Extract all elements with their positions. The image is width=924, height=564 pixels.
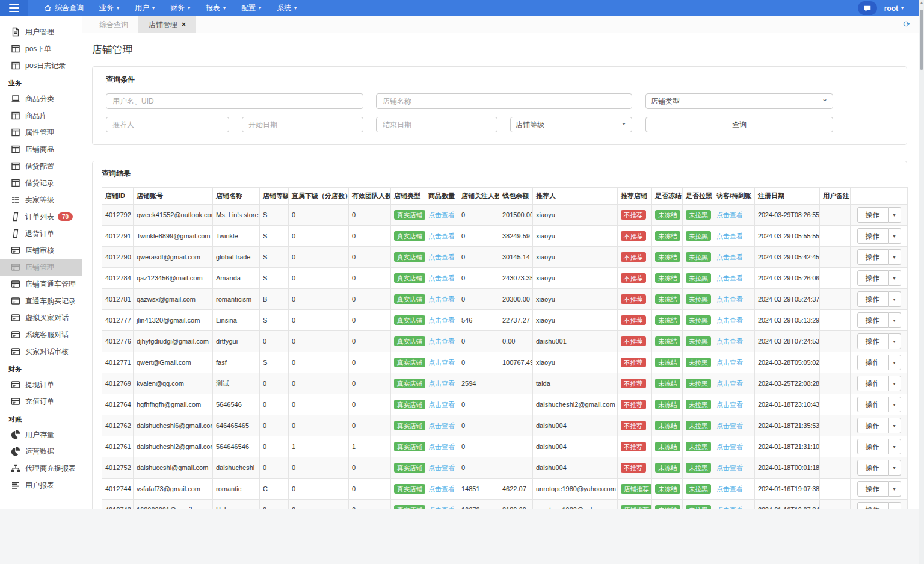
sidebar-item[interactable]: 系统客服对话	[0, 326, 82, 343]
search-button[interactable]: 查询	[645, 117, 833, 132]
chat-button[interactable]	[858, 1, 877, 15]
nav-item-1[interactable]: 业务▾	[91, 0, 127, 16]
sidebar-item[interactable]: 店铺审核	[0, 242, 82, 259]
action-dropdown-button[interactable]: ▾	[889, 312, 901, 328]
tab[interactable]: 综合查询	[89, 16, 138, 33]
goods-view-link[interactable]: 点击查看	[428, 359, 455, 366]
sidebar-item[interactable]: 用户管理	[0, 23, 82, 40]
goods-view-link[interactable]: 点击查看	[428, 317, 455, 324]
action-dropdown-button[interactable]: ▾	[889, 481, 901, 497]
shop-level-select[interactable]: 店铺等级	[510, 117, 632, 132]
username-input[interactable]	[106, 93, 363, 109]
action-button[interactable]: 操作	[857, 481, 889, 497]
visitors-view-link[interactable]: 点击查看	[716, 422, 743, 429]
visitors-view-link[interactable]: 点击查看	[716, 274, 743, 282]
sidebar-item[interactable]: pos日志记录	[0, 57, 82, 74]
start-date-input[interactable]	[242, 117, 363, 132]
visitors-view-link[interactable]: 点击查看	[716, 296, 743, 303]
refresh-icon[interactable]: ⟳	[903, 19, 910, 29]
action-button[interactable]: 操作	[857, 397, 889, 412]
shop-type-select[interactable]: 店铺类型	[645, 93, 833, 109]
nav-item-3[interactable]: 财务▾	[162, 0, 198, 16]
sidebar-item[interactable]: 用户存量	[0, 426, 82, 443]
visitors-view-link[interactable]: 点击查看	[716, 253, 743, 261]
action-button[interactable]: 操作	[857, 312, 889, 328]
goods-view-link[interactable]: 点击查看	[428, 338, 455, 345]
action-button[interactable]: 操作	[857, 376, 889, 391]
goods-view-link[interactable]: 点击查看	[428, 401, 455, 408]
action-dropdown-button[interactable]: ▾	[889, 355, 901, 370]
sidebar-item[interactable]: 商品库	[0, 107, 82, 124]
nav-item-home[interactable]: 综合查询	[36, 0, 91, 16]
action-button[interactable]: 操作	[857, 291, 889, 307]
visitors-view-link[interactable]: 点击查看	[716, 464, 743, 471]
sidebar-item[interactable]: pos下单	[0, 40, 82, 57]
referrer-input[interactable]	[106, 117, 229, 132]
tab[interactable]: 店铺管理×	[138, 16, 196, 33]
goods-view-link[interactable]: 点击查看	[428, 211, 455, 218]
sidebar-item[interactable]: 直通车购买记录	[0, 293, 82, 309]
visitors-view-link[interactable]: 点击查看	[716, 485, 743, 492]
end-date-input[interactable]	[376, 117, 497, 132]
goods-view-link[interactable]: 点击查看	[428, 380, 455, 387]
goods-view-link[interactable]: 点击查看	[428, 443, 455, 450]
action-dropdown-button[interactable]: ▾	[889, 460, 901, 476]
goods-view-link[interactable]: 点击查看	[428, 422, 455, 429]
visitors-view-link[interactable]: 点击查看	[716, 359, 743, 366]
visitors-view-link[interactable]: 点击查看	[716, 380, 743, 387]
action-button[interactable]: 操作	[857, 460, 889, 476]
action-dropdown-button[interactable]: ▾	[889, 207, 901, 223]
sidebar-item[interactable]: 代理商充提报表	[0, 460, 82, 477]
action-dropdown-button[interactable]: ▾	[889, 291, 901, 307]
nav-item-5[interactable]: 配置▾	[233, 0, 269, 16]
goods-view-link[interactable]: 点击查看	[428, 232, 455, 240]
action-button[interactable]: 操作	[857, 249, 889, 265]
action-button[interactable]: 操作	[857, 270, 889, 286]
action-button[interactable]: 操作	[857, 418, 889, 433]
sidebar-item[interactable]: 店铺商品	[0, 141, 82, 158]
sidebar-item[interactable]: 店铺直通车管理	[0, 276, 82, 293]
sidebar-item[interactable]: 退货订单	[0, 225, 82, 242]
sidebar-item[interactable]: 充值订单	[0, 393, 82, 410]
action-dropdown-button[interactable]: ▾	[889, 418, 901, 433]
action-button[interactable]: 操作	[857, 333, 889, 349]
action-dropdown-button[interactable]: ▾	[889, 376, 901, 391]
sidebar-item[interactable]: 用户报表	[0, 477, 82, 494]
sidebar-item[interactable]: 商品分类	[0, 90, 82, 107]
sidebar-item[interactable]: 卖家等级	[0, 191, 82, 208]
nav-item-4[interactable]: 报表▾	[198, 0, 233, 16]
sidebar-item[interactable]: 运营数据	[0, 443, 82, 460]
goods-view-link[interactable]: 点击查看	[428, 485, 455, 492]
goods-view-link[interactable]: 点击查看	[428, 274, 455, 282]
action-button[interactable]: 操作	[857, 439, 889, 454]
action-dropdown-button[interactable]: ▾	[889, 439, 901, 454]
sidebar-item[interactable]: 虚拟买家对话	[0, 309, 82, 326]
action-dropdown-button[interactable]: ▾	[889, 270, 901, 286]
scrollbar[interactable]: ▲	[919, 0, 924, 564]
sidebar-item[interactable]: 店铺管理	[0, 259, 82, 276]
action-dropdown-button[interactable]: ▾	[889, 397, 901, 412]
action-button[interactable]: 操作	[857, 355, 889, 370]
tab-close-icon[interactable]: ×	[182, 20, 186, 29]
nav-item-2[interactable]: 用户▾	[127, 0, 162, 16]
action-button[interactable]: 操作	[857, 207, 889, 223]
visitors-view-link[interactable]: 点击查看	[716, 401, 743, 408]
scrollbar-up-arrow[interactable]: ▲	[919, 1, 924, 4]
action-button[interactable]: 操作	[857, 228, 889, 244]
sidebar-item[interactable]: 属性管理	[0, 124, 82, 141]
sidebar-toggle-button[interactable]	[0, 0, 28, 16]
visitors-view-link[interactable]: 点击查看	[716, 443, 743, 450]
action-dropdown-button[interactable]: ▾	[889, 249, 901, 265]
user-menu[interactable]: root ▾	[884, 4, 904, 13]
visitors-view-link[interactable]: 点击查看	[716, 317, 743, 324]
action-dropdown-button[interactable]: ▾	[889, 228, 901, 244]
goods-view-link[interactable]: 点击查看	[428, 464, 455, 471]
visitors-view-link[interactable]: 点击查看	[716, 211, 743, 218]
goods-view-link[interactable]: 点击查看	[428, 253, 455, 261]
action-dropdown-button[interactable]: ▾	[889, 333, 901, 349]
sidebar-item[interactable]: 买家对话审核	[0, 343, 82, 360]
sidebar-item[interactable]: 提现订单	[0, 376, 82, 393]
sidebar-item[interactable]: 借贷配置	[0, 158, 82, 175]
nav-item-6[interactable]: 系统▾	[269, 0, 304, 16]
goods-view-link[interactable]: 点击查看	[428, 296, 455, 303]
